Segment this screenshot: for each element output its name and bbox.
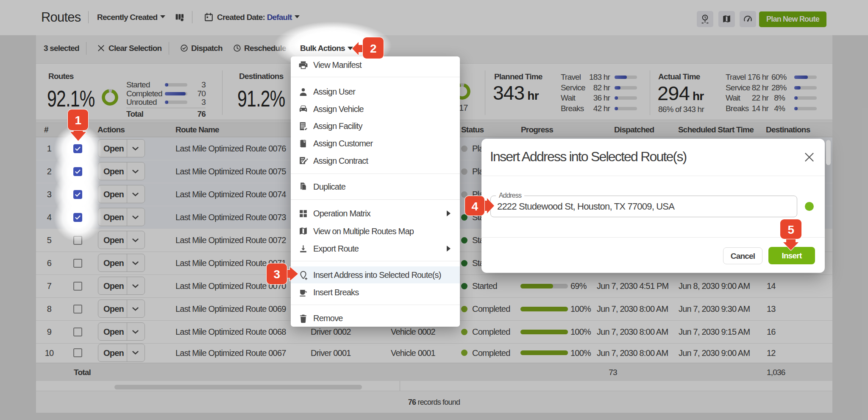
svg-text:4: 4 — [472, 200, 479, 213]
svg-text:1: 1 — [75, 114, 81, 127]
svg-text:3: 3 — [274, 268, 280, 281]
svg-text:2: 2 — [370, 42, 376, 55]
svg-text:5: 5 — [788, 223, 794, 236]
